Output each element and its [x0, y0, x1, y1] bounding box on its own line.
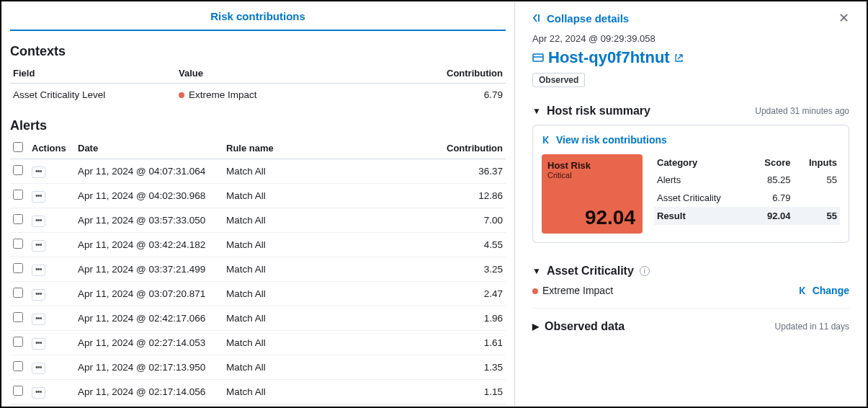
alert-contribution: 1.96: [354, 306, 506, 331]
row-checkbox[interactable]: [13, 190, 23, 200]
row-actions-button[interactable]: •••: [32, 314, 45, 325]
alert-date: Apr 11, 2024 @ 02:42:17.066: [75, 306, 223, 331]
risk-tile-level: Critical: [547, 171, 637, 179]
contexts-row: Asset Criticality Level Extreme Impact 6…: [10, 84, 506, 106]
alert-date: Apr 11, 2024 @ 03:57:33.050: [75, 208, 223, 233]
alert-row: •••Apr 11, 2024 @ 04:02:30.968Match All1…: [10, 184, 506, 208]
alert-row: •••Apr 11, 2024 @ 02:17:14.056Match All1…: [10, 380, 506, 404]
alert-row: •••Apr 11, 2024 @ 02:27:14.053Match All1…: [10, 331, 506, 355]
alert-rule: Match All: [223, 355, 354, 380]
alerts-header-contribution: Contribution: [354, 138, 506, 159]
alert-rule: Match All: [223, 331, 354, 355]
alert-rule: Match All: [223, 208, 354, 233]
row-checkbox[interactable]: [13, 361, 23, 371]
alert-rule: Match All: [223, 159, 354, 184]
alerts-header-checkbox: [10, 138, 29, 159]
summary-row: Asset Criticality 6.79: [654, 189, 840, 207]
alert-row: •••Apr 11, 2024 @ 03:57:33.050Match All7…: [10, 208, 506, 233]
alert-date: Apr 11, 2024 @ 03:42:24.182: [75, 233, 223, 257]
contexts-header-contribution: Contribution: [366, 63, 506, 84]
row-actions-button[interactable]: •••: [32, 363, 45, 374]
alert-date: Apr 11, 2024 @ 03:07:20.871: [75, 282, 223, 306]
row-checkbox[interactable]: [13, 165, 23, 175]
alert-contribution: 1.35: [354, 355, 506, 380]
select-all-checkbox[interactable]: [13, 142, 23, 152]
detail-timestamp: Apr 22, 2024 @ 09:29:39.058: [532, 33, 849, 44]
contexts-heading: Contexts: [10, 44, 506, 59]
tab-header: Risk contributions: [10, 10, 506, 31]
alert-contribution: 7.00: [354, 208, 506, 233]
summary-header-score: Score: [750, 154, 794, 171]
expand-left-icon: [542, 135, 552, 145]
alert-row: •••Apr 11, 2024 @ 03:37:21.499Match All3…: [10, 257, 506, 282]
row-checkbox[interactable]: [13, 312, 23, 322]
alert-rule: Match All: [223, 282, 354, 306]
alert-contribution: 1.61: [354, 331, 506, 355]
row-checkbox[interactable]: [13, 337, 23, 347]
alert-rule: Match All: [223, 184, 354, 208]
tab-risk-contributions[interactable]: Risk contributions: [210, 10, 305, 22]
risk-summary-card: View risk contributions Host Risk Critic…: [532, 125, 849, 243]
risk-tile-label: Host Risk: [547, 160, 637, 171]
svg-rect-0: [533, 54, 543, 61]
contexts-field: Asset Criticality Level: [10, 84, 176, 106]
row-checkbox[interactable]: [13, 263, 23, 273]
change-criticality-button[interactable]: Change: [798, 285, 849, 296]
alerts-table: Actions Date Rule name Contribution •••A…: [10, 138, 506, 404]
alert-contribution: 12.86: [354, 184, 506, 208]
close-button[interactable]: ✕: [838, 10, 849, 26]
alert-row: •••Apr 11, 2024 @ 04:07:31.064Match All3…: [10, 159, 506, 184]
alert-rule: Match All: [223, 233, 354, 257]
summary-row: Alerts 85.25 55: [654, 171, 840, 189]
alerts-header-actions: Actions: [29, 138, 75, 159]
alerts-header-rule: Rule name: [223, 138, 354, 159]
contexts-header-field: Field: [10, 63, 176, 84]
alert-rule: Match All: [223, 257, 354, 282]
host-icon: [532, 52, 544, 63]
row-actions-button[interactable]: •••: [32, 387, 45, 399]
asset-criticality-value: Extreme Impact: [532, 285, 613, 296]
observed-updated-text: Updated in 11 days: [775, 321, 849, 332]
alert-rule: Match All: [223, 380, 354, 404]
view-risk-contributions-link[interactable]: View risk contributions: [542, 134, 840, 146]
chevron-down-icon[interactable]: ▼: [532, 106, 541, 116]
contexts-table: Field Value Contribution Asset Criticali…: [10, 63, 506, 105]
row-checkbox[interactable]: [13, 386, 23, 396]
row-actions-button[interactable]: •••: [32, 240, 45, 252]
alert-row: •••Apr 11, 2024 @ 03:42:24.182Match All4…: [10, 233, 506, 257]
risk-score-tile: Host Risk Critical 92.04: [542, 154, 643, 234]
chevron-right-icon[interactable]: ▶: [532, 321, 539, 332]
external-link-icon: [674, 53, 684, 63]
alert-date: Apr 11, 2024 @ 02:17:14.056: [75, 380, 223, 404]
host-title-link[interactable]: Host-qy0f7htnut: [532, 48, 849, 67]
collapse-details-button[interactable]: Collapse details: [532, 12, 629, 25]
summary-result-row: Result 92.04 55: [654, 207, 840, 225]
row-actions-button[interactable]: •••: [32, 338, 45, 350]
asset-criticality-title: Asset Criticality: [547, 265, 634, 278]
info-icon[interactable]: i: [640, 266, 650, 276]
alert-rule: Match All: [223, 306, 354, 331]
row-actions-button[interactable]: •••: [32, 216, 45, 227]
expand-left-icon: [798, 285, 808, 296]
row-checkbox[interactable]: [13, 214, 23, 224]
alert-date: Apr 11, 2024 @ 02:27:14.053: [75, 331, 223, 355]
chevron-down-icon[interactable]: ▼: [532, 266, 541, 276]
row-checkbox[interactable]: [13, 239, 23, 249]
alert-contribution: 3.25: [354, 257, 506, 282]
alert-date: Apr 11, 2024 @ 03:37:21.499: [75, 257, 223, 282]
contexts-value: Extreme Impact: [176, 84, 366, 106]
observed-data-title: Observed data: [545, 320, 625, 333]
alert-row: •••Apr 11, 2024 @ 03:07:20.871Match All2…: [10, 282, 506, 306]
row-checkbox[interactable]: [13, 288, 23, 298]
row-actions-button[interactable]: •••: [32, 167, 45, 178]
risk-summary-table: Category Score Inputs Alerts 85.25 55 As…: [654, 154, 840, 234]
summary-updated-text: Updated 31 minutes ago: [755, 106, 849, 116]
row-actions-button[interactable]: •••: [32, 191, 45, 203]
row-actions-button[interactable]: •••: [32, 289, 45, 301]
row-actions-button[interactable]: •••: [32, 265, 45, 276]
alert-contribution: 4.55: [354, 233, 506, 257]
alert-date: Apr 11, 2024 @ 02:17:13.950: [75, 355, 223, 380]
alerts-header-date: Date: [75, 138, 223, 159]
collapse-icon: [532, 13, 542, 23]
criticality-dot-icon: [179, 92, 184, 98]
